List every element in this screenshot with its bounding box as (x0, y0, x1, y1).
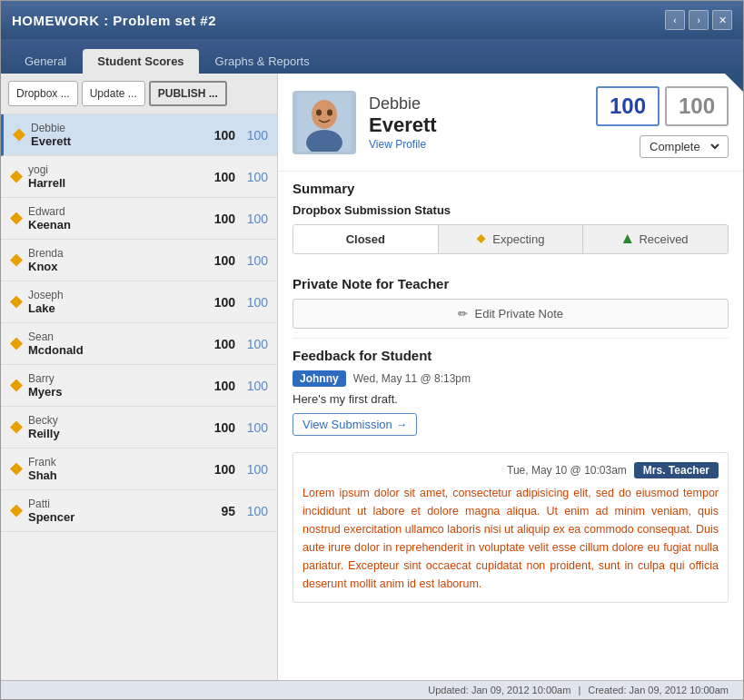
student-header: Debbie Everett View Profile 100 100 Comp… (278, 74, 743, 172)
student-last: Spencer (28, 510, 208, 524)
expecting-label: Expecting (492, 232, 544, 246)
student-first: Brenda (28, 247, 208, 260)
svg-point-1 (312, 100, 337, 129)
student-first: Frank (28, 456, 208, 468)
status-closed-btn[interactable]: Closed (293, 225, 439, 253)
student-row[interactable]: Brenda Knox 100 100 (1, 240, 277, 281)
close-button[interactable]: ✕ (712, 10, 732, 30)
score-earned: 95 (208, 504, 235, 518)
titlebar-controls: ‹ › ✕ (665, 10, 732, 30)
score-earned: 100 (208, 337, 235, 351)
student-first: Patti (28, 498, 208, 510)
score-possible: 100 (241, 128, 268, 143)
update-button[interactable]: Update ... (82, 81, 145, 106)
feedback-date: Wed, May 11 @ 8:13pm (353, 372, 471, 385)
student-name: Sean Mcdonald (28, 330, 208, 357)
score-possible: 100 (241, 337, 268, 351)
student-name: Frank Shah (28, 456, 208, 482)
student-row[interactable]: Joseph Lake 100 100 (1, 281, 277, 323)
status-select[interactable]: CompleteIncompleteExcused (646, 139, 722, 154)
statusbar: Updated: Jan 09, 2012 10:00am | Created:… (1, 680, 743, 699)
feedback-section: Feedback for Student Johnny Wed, May 11 … (278, 339, 743, 445)
titlebar: HOMEWORK : Problem set #2 ‹ › ✕ (1, 1, 743, 39)
feedback-text: Here's my first draft. (293, 392, 729, 406)
author-badge: Johnny (293, 370, 346, 387)
status-received-btn[interactable]: Received (583, 225, 728, 253)
student-first: Edward (28, 205, 208, 218)
corner-badge (725, 74, 743, 92)
score-earned: 100 (208, 212, 235, 226)
student-first: Sean (28, 330, 208, 343)
feedback-title: Feedback for Student (293, 348, 729, 363)
created-label: Created: Jan 09, 2012 10:00am (588, 685, 729, 695)
teacher-comment: Tue, May 10 @ 10:03am Mrs. Teacher Lorem… (293, 452, 729, 603)
dropbox-status-title: Dropbox Submission Status (293, 203, 729, 217)
student-indicator (10, 505, 23, 518)
score-earned: 100 (208, 128, 235, 143)
score-possible: 100 (241, 420, 268, 435)
received-label: Received (639, 232, 688, 246)
status-dropdown[interactable]: CompleteIncompleteExcused (640, 135, 729, 158)
student-indicator (10, 171, 23, 183)
student-row[interactable]: Barry Myers 100 100 (1, 365, 277, 407)
student-last: Reilly (28, 427, 208, 440)
student-last: Harrell (28, 176, 208, 190)
view-profile-link[interactable]: View Profile (369, 138, 426, 151)
student-row[interactable]: Becky Reilly 100 100 (1, 407, 277, 449)
title-suffix: : Problem set #2 (104, 13, 216, 28)
student-row[interactable]: Sean Mcdonald 100 100 (1, 323, 277, 365)
student-row[interactable]: yogi Harrell 100 100 (1, 156, 277, 198)
tabbar: General Student Scores Graphs & Reports (1, 39, 743, 74)
tab-student-scores[interactable]: Student Scores (83, 49, 198, 74)
back-button[interactable]: ‹ (665, 10, 685, 30)
student-info: Debbie Everett View Profile (369, 94, 596, 151)
tab-graphs-reports[interactable]: Graphs & Reports (201, 49, 324, 74)
status-expecting-btn[interactable]: Expecting (439, 225, 584, 253)
left-panel: Dropbox ... Update ... PUBLISH ... Debbi… (1, 74, 278, 680)
student-name: Barry Myers (28, 372, 208, 399)
comment-header: Tue, May 10 @ 10:03am Mrs. Teacher (303, 462, 719, 478)
student-indicator (10, 380, 23, 392)
score-earned: 100 (208, 170, 235, 184)
tab-general[interactable]: General (10, 49, 81, 74)
student-last: Mcdonald (28, 343, 208, 357)
student-first: Debbie (31, 122, 208, 134)
student-indicator (10, 254, 23, 267)
private-note-title: Private Note for Teacher (293, 276, 729, 291)
score-earned: 100 (208, 420, 235, 435)
avatar (293, 91, 356, 154)
student-row[interactable]: Patti Spencer 95 100 (1, 490, 277, 532)
student-row[interactable]: Debbie Everett 100 100 (1, 114, 277, 156)
view-submission-button[interactable]: View Submission → (293, 413, 417, 436)
svg-point-3 (316, 110, 322, 116)
toolbar: Dropbox ... Update ... PUBLISH ... (1, 74, 277, 114)
student-name: Edward Keenan (28, 205, 208, 232)
private-note-section: Private Note for Teacher ✏ Edit Private … (278, 267, 743, 338)
student-last: Lake (28, 301, 208, 315)
student-first: Becky (28, 414, 208, 427)
publish-button[interactable]: PUBLISH ... (149, 81, 227, 106)
student-first-name: Debbie (369, 94, 596, 113)
score-earned: 100 (208, 462, 235, 477)
score-earned-box: 100 (596, 86, 660, 126)
dropbox-button[interactable]: Dropbox ... (8, 81, 78, 106)
edit-note-button[interactable]: ✏ Edit Private Note (293, 299, 729, 329)
main-content: Dropbox ... Update ... PUBLISH ... Debbi… (1, 74, 743, 680)
forward-button[interactable]: › (689, 10, 709, 30)
student-indicator (10, 421, 23, 434)
student-name: Patti Spencer (28, 498, 208, 524)
edit-note-label: Edit Private Note (475, 307, 564, 320)
right-panel: Debbie Everett View Profile 100 100 Comp… (278, 74, 743, 680)
expecting-indicator (477, 234, 486, 243)
svg-point-4 (327, 110, 332, 116)
score-possible: 100 (241, 170, 268, 184)
student-row[interactable]: Edward Keenan 100 100 (1, 198, 277, 240)
student-name: Becky Reilly (28, 414, 208, 440)
score-display: 100 100 (596, 86, 729, 126)
student-last: Keenan (28, 218, 208, 232)
student-indicator (10, 338, 23, 350)
score-earned: 100 (208, 379, 235, 393)
score-possible: 100 (241, 462, 268, 477)
student-row[interactable]: Frank Shah 100 100 (1, 449, 277, 490)
student-first: yogi (28, 163, 208, 176)
